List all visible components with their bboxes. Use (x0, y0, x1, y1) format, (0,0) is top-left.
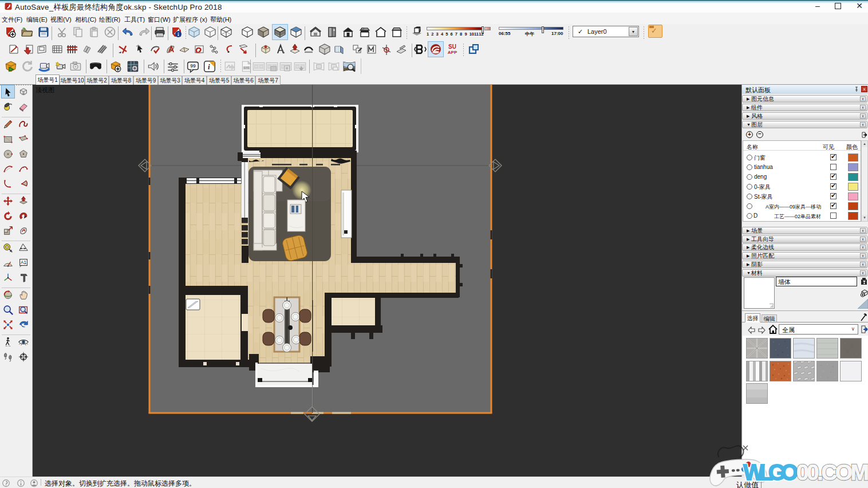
svg-text:99: 99 (190, 63, 196, 69)
svg-text:A1: A1 (21, 260, 26, 265)
svg-text:00.COM: 00.COM (796, 460, 868, 485)
svg-text:EXE: EXE (244, 66, 250, 69)
svg-text:APP: APP (448, 50, 457, 55)
svg-text:SU: SU (448, 44, 456, 50)
svg-text:i: i (208, 62, 210, 71)
